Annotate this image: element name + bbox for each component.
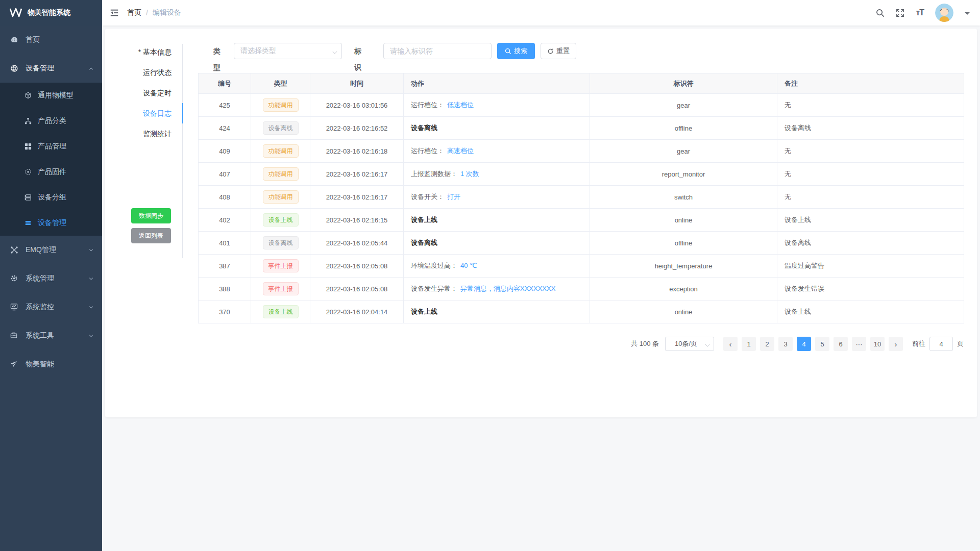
action-link[interactable]: 1 次数: [460, 170, 479, 178]
back-to-list-button[interactable]: 返回列表: [131, 228, 171, 243]
page-button-5[interactable]: 5: [815, 337, 829, 351]
sidebar-item-设备管理[interactable]: 设备管理: [0, 210, 102, 236]
page-button-10[interactable]: 10: [870, 337, 885, 351]
prev-page-button[interactable]: ‹: [723, 337, 738, 351]
sidebar-item-label: 产品固件: [38, 167, 94, 177]
sidebar-item-产品分类[interactable]: 产品分类: [0, 108, 102, 134]
cell-type: 设备离线: [251, 232, 310, 255]
column-header-备注: 备注: [777, 73, 964, 94]
action-text: 运行档位：: [411, 101, 444, 109]
cell-action: 运行档位：低速档位: [404, 94, 590, 117]
jump-page-input[interactable]: [929, 337, 953, 351]
cell-identifier: height_temperature: [590, 255, 777, 278]
cell-action: 设备上线: [404, 209, 590, 232]
chevron-down-icon: [705, 342, 709, 346]
tab-运行状态[interactable]: 运行状态: [105, 62, 182, 83]
cell-remark: 无: [777, 163, 964, 186]
type-tag: 事件上报: [263, 259, 299, 272]
avatar[interactable]: [935, 4, 953, 22]
sidebar-item-label: 通用物模型: [38, 91, 94, 100]
cell-type: 功能调用: [251, 163, 310, 186]
breadcrumb-separator: /: [146, 9, 148, 17]
search-button[interactable]: 搜索: [497, 43, 535, 59]
action-link[interactable]: 低速档位: [447, 101, 474, 109]
next-page-button[interactable]: ›: [889, 337, 903, 351]
sidebar-item-设备分组[interactable]: 设备分组: [0, 185, 102, 210]
logo-bar: 物美智能系统: [0, 0, 102, 26]
cell-id: 387: [199, 255, 251, 278]
jump-prefix: 前往: [912, 339, 925, 348]
sidebar-item-label: EMQ管理: [26, 245, 88, 255]
type-tag: 设备离线: [263, 236, 299, 249]
font-size-icon[interactable]: тT: [916, 8, 924, 17]
action-text: 设备发生异常：: [411, 285, 457, 292]
device-log-table: 编号类型时间动作标识符备注 425功能调用2022-03-16 03:01:56…: [198, 73, 964, 323]
type-tag: 设备上线: [263, 213, 299, 227]
action-text: 设备上线: [411, 216, 437, 223]
action-link[interactable]: 高速档位: [447, 147, 474, 155]
device-group-icon: [24, 194, 32, 201]
cell-action: 设备上线: [404, 300, 590, 323]
search-button-label: 搜索: [514, 46, 527, 56]
identifier-input[interactable]: [383, 43, 492, 59]
action-text: 运行档位：: [411, 147, 444, 155]
page-size-select[interactable]: 10条/页: [665, 337, 714, 351]
cell-remark: 设备离线: [777, 117, 964, 140]
chevron-up-icon: [88, 66, 94, 71]
cell-identifier: online: [590, 209, 777, 232]
sidebar-item-EMQ管理[interactable]: EMQ管理: [0, 236, 102, 264]
tab-设备日志[interactable]: 设备日志: [105, 103, 182, 123]
page-button-3[interactable]: 3: [778, 337, 793, 351]
cell-id: 407: [199, 163, 251, 186]
sidebar-item-label: 设备管理: [38, 218, 94, 228]
search-icon[interactable]: [876, 9, 885, 17]
sidebar-item-label: 系统工具: [26, 331, 88, 340]
sidebar-item-label: 系统管理: [26, 274, 88, 283]
pager-more[interactable]: ···: [852, 337, 866, 351]
sidebar-item-物美智能[interactable]: 物美智能: [0, 350, 102, 379]
sidebar-item-系统管理[interactable]: 系统管理: [0, 264, 102, 293]
type-select[interactable]: 请选择类型: [234, 43, 342, 59]
caret-down-icon[interactable]: [965, 12, 970, 17]
action-link[interactable]: 异常消息，消息内容XXXXXXXX: [460, 285, 555, 292]
table-row: 401设备离线2022-03-16 02:05:44设备离线offline设备离…: [199, 232, 964, 255]
reset-button[interactable]: 重置: [541, 43, 576, 59]
type-tag: 设备离线: [263, 121, 299, 135]
sidebar-item-系统监控[interactable]: 系统监控: [0, 293, 102, 321]
fullscreen-icon[interactable]: [896, 9, 904, 17]
device-list-icon: [24, 219, 32, 227]
cell-remark: 无: [777, 94, 964, 117]
sidebar-item-产品管理[interactable]: 产品管理: [0, 134, 102, 159]
tab-监测统计[interactable]: 监测统计: [105, 123, 182, 144]
page-button-2[interactable]: 2: [760, 337, 774, 351]
sidebar-item-设备管理[interactable]: 设备管理: [0, 54, 102, 83]
table-row: 370设备上线2022-03-16 02:04:14设备上线online设备上线: [199, 300, 964, 323]
data-sync-button[interactable]: 数据同步: [131, 208, 171, 223]
cell-action: 上报监测数据：1 次数: [404, 163, 590, 186]
action-text: 设备离线: [411, 239, 437, 246]
tab-基本信息[interactable]: * 基本信息: [105, 42, 182, 62]
tab-设备定时[interactable]: 设备定时: [105, 83, 182, 103]
sidebar-item-产品固件[interactable]: 产品固件: [0, 159, 102, 185]
page-button-1[interactable]: 1: [742, 337, 756, 351]
action-link[interactable]: 打开: [447, 193, 460, 201]
cell-identifier: exception: [590, 278, 777, 300]
page-button-4[interactable]: 4: [797, 337, 811, 351]
action-link[interactable]: 40 ℃: [460, 262, 477, 269]
chevron-down-icon: [333, 49, 337, 54]
firmware-icon: [24, 168, 32, 176]
tabs-active-indicator: [182, 103, 183, 123]
sidebar-item-通用物模型[interactable]: 通用物模型: [0, 83, 102, 108]
page-button-6[interactable]: 6: [834, 337, 848, 351]
sidebar-item-首页[interactable]: 首页: [0, 26, 102, 54]
breadcrumb-home[interactable]: 首页: [127, 8, 141, 17]
sidebar-nav: 首页设备管理通用物模型产品分类产品管理产品固件设备分组设备管理EMQ管理系统管理…: [0, 26, 102, 379]
sidebar-item-label: 产品分类: [38, 116, 94, 126]
monitor-icon: [10, 303, 18, 311]
chevron-down-icon: [88, 276, 94, 282]
sidebar-item-系统工具[interactable]: 系统工具: [0, 321, 102, 350]
type-select-placeholder: 请选择类型: [240, 46, 276, 56]
cell-type: 功能调用: [251, 94, 310, 117]
table-row: 408功能调用2022-03-16 02:16:17设备开关：打开switch无: [199, 186, 964, 209]
sidebar-fold-icon[interactable]: [110, 8, 119, 17]
